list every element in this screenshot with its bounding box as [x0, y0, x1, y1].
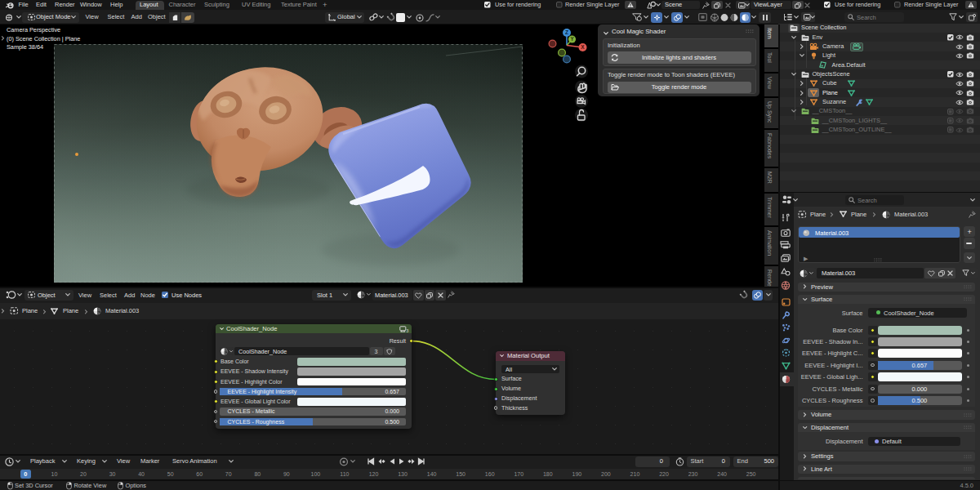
svg-text:Z: Z — [565, 29, 568, 35]
svg-text:X: X — [581, 44, 585, 50]
svg-text:3: 3 — [406, 327, 408, 332]
